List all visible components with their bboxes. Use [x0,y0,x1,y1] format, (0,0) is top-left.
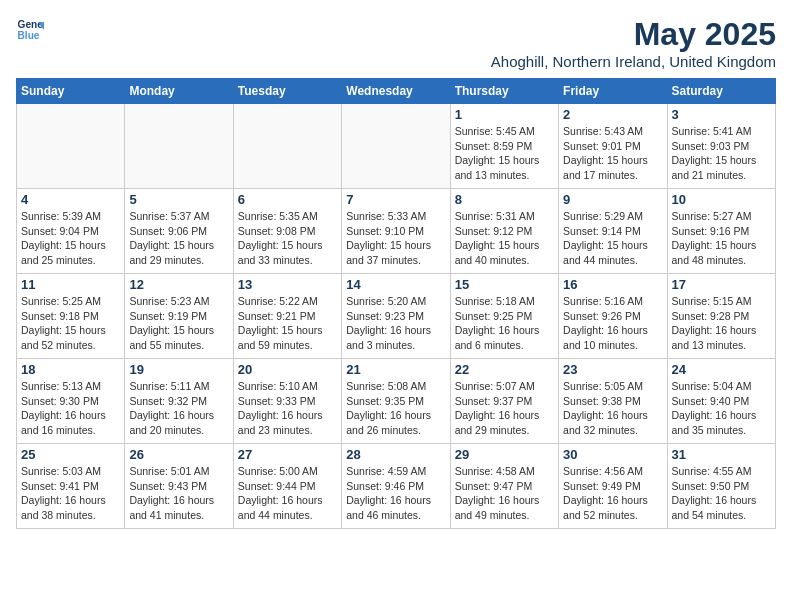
calendar-cell: 13Sunrise: 5:22 AM Sunset: 9:21 PM Dayli… [233,274,341,359]
calendar-cell: 21Sunrise: 5:08 AM Sunset: 9:35 PM Dayli… [342,359,450,444]
day-info: Sunrise: 5:45 AM Sunset: 8:59 PM Dayligh… [455,124,554,183]
day-number: 14 [346,277,445,292]
calendar-cell: 10Sunrise: 5:27 AM Sunset: 9:16 PM Dayli… [667,189,775,274]
week-row-4: 18Sunrise: 5:13 AM Sunset: 9:30 PM Dayli… [17,359,776,444]
title-block: May 2025 Ahoghill, Northern Ireland, Uni… [491,16,776,70]
day-info: Sunrise: 5:33 AM Sunset: 9:10 PM Dayligh… [346,209,445,268]
calendar-table: SundayMondayTuesdayWednesdayThursdayFrid… [16,78,776,529]
calendar-cell: 5Sunrise: 5:37 AM Sunset: 9:06 PM Daylig… [125,189,233,274]
day-number: 19 [129,362,228,377]
calendar-cell: 6Sunrise: 5:35 AM Sunset: 9:08 PM Daylig… [233,189,341,274]
day-info: Sunrise: 4:55 AM Sunset: 9:50 PM Dayligh… [672,464,771,523]
calendar-cell: 7Sunrise: 5:33 AM Sunset: 9:10 PM Daylig… [342,189,450,274]
day-info: Sunrise: 5:13 AM Sunset: 9:30 PM Dayligh… [21,379,120,438]
day-number: 11 [21,277,120,292]
day-info: Sunrise: 5:23 AM Sunset: 9:19 PM Dayligh… [129,294,228,353]
day-info: Sunrise: 5:11 AM Sunset: 9:32 PM Dayligh… [129,379,228,438]
day-info: Sunrise: 5:37 AM Sunset: 9:06 PM Dayligh… [129,209,228,268]
day-number: 5 [129,192,228,207]
weekday-header-monday: Monday [125,79,233,104]
day-number: 7 [346,192,445,207]
day-number: 27 [238,447,337,462]
calendar-cell [342,104,450,189]
day-number: 20 [238,362,337,377]
calendar-cell: 4Sunrise: 5:39 AM Sunset: 9:04 PM Daylig… [17,189,125,274]
day-info: Sunrise: 5:01 AM Sunset: 9:43 PM Dayligh… [129,464,228,523]
calendar-cell: 1Sunrise: 5:45 AM Sunset: 8:59 PM Daylig… [450,104,558,189]
day-number: 10 [672,192,771,207]
day-number: 31 [672,447,771,462]
logo-icon: General Blue [16,16,44,44]
day-info: Sunrise: 5:41 AM Sunset: 9:03 PM Dayligh… [672,124,771,183]
week-row-3: 11Sunrise: 5:25 AM Sunset: 9:18 PM Dayli… [17,274,776,359]
week-row-5: 25Sunrise: 5:03 AM Sunset: 9:41 PM Dayli… [17,444,776,529]
calendar-cell: 9Sunrise: 5:29 AM Sunset: 9:14 PM Daylig… [559,189,667,274]
day-number: 18 [21,362,120,377]
day-number: 22 [455,362,554,377]
calendar-cell: 14Sunrise: 5:20 AM Sunset: 9:23 PM Dayli… [342,274,450,359]
calendar-cell: 11Sunrise: 5:25 AM Sunset: 9:18 PM Dayli… [17,274,125,359]
calendar-cell: 3Sunrise: 5:41 AM Sunset: 9:03 PM Daylig… [667,104,775,189]
day-number: 26 [129,447,228,462]
day-number: 1 [455,107,554,122]
calendar-cell: 24Sunrise: 5:04 AM Sunset: 9:40 PM Dayli… [667,359,775,444]
calendar-cell: 19Sunrise: 5:11 AM Sunset: 9:32 PM Dayli… [125,359,233,444]
day-info: Sunrise: 5:04 AM Sunset: 9:40 PM Dayligh… [672,379,771,438]
day-number: 21 [346,362,445,377]
calendar-cell: 18Sunrise: 5:13 AM Sunset: 9:30 PM Dayli… [17,359,125,444]
calendar-cell: 8Sunrise: 5:31 AM Sunset: 9:12 PM Daylig… [450,189,558,274]
day-number: 24 [672,362,771,377]
day-info: Sunrise: 5:08 AM Sunset: 9:35 PM Dayligh… [346,379,445,438]
day-number: 9 [563,192,662,207]
day-info: Sunrise: 5:35 AM Sunset: 9:08 PM Dayligh… [238,209,337,268]
day-info: Sunrise: 5:25 AM Sunset: 9:18 PM Dayligh… [21,294,120,353]
calendar-cell [17,104,125,189]
calendar-cell: 29Sunrise: 4:58 AM Sunset: 9:47 PM Dayli… [450,444,558,529]
day-info: Sunrise: 5:10 AM Sunset: 9:33 PM Dayligh… [238,379,337,438]
calendar-cell: 12Sunrise: 5:23 AM Sunset: 9:19 PM Dayli… [125,274,233,359]
calendar-cell: 31Sunrise: 4:55 AM Sunset: 9:50 PM Dayli… [667,444,775,529]
weekday-header-thursday: Thursday [450,79,558,104]
calendar-cell: 22Sunrise: 5:07 AM Sunset: 9:37 PM Dayli… [450,359,558,444]
day-info: Sunrise: 5:03 AM Sunset: 9:41 PM Dayligh… [21,464,120,523]
day-info: Sunrise: 4:58 AM Sunset: 9:47 PM Dayligh… [455,464,554,523]
calendar-cell: 28Sunrise: 4:59 AM Sunset: 9:46 PM Dayli… [342,444,450,529]
day-number: 17 [672,277,771,292]
subtitle: Ahoghill, Northern Ireland, United Kingd… [491,53,776,70]
day-number: 3 [672,107,771,122]
day-number: 13 [238,277,337,292]
day-info: Sunrise: 5:31 AM Sunset: 9:12 PM Dayligh… [455,209,554,268]
day-number: 29 [455,447,554,462]
day-number: 8 [455,192,554,207]
calendar-cell: 27Sunrise: 5:00 AM Sunset: 9:44 PM Dayli… [233,444,341,529]
calendar-cell: 16Sunrise: 5:16 AM Sunset: 9:26 PM Dayli… [559,274,667,359]
day-info: Sunrise: 5:05 AM Sunset: 9:38 PM Dayligh… [563,379,662,438]
day-number: 25 [21,447,120,462]
weekday-header-friday: Friday [559,79,667,104]
day-info: Sunrise: 5:00 AM Sunset: 9:44 PM Dayligh… [238,464,337,523]
week-row-1: 1Sunrise: 5:45 AM Sunset: 8:59 PM Daylig… [17,104,776,189]
logo: General Blue [16,16,44,44]
calendar-cell: 20Sunrise: 5:10 AM Sunset: 9:33 PM Dayli… [233,359,341,444]
day-info: Sunrise: 5:16 AM Sunset: 9:26 PM Dayligh… [563,294,662,353]
day-info: Sunrise: 5:27 AM Sunset: 9:16 PM Dayligh… [672,209,771,268]
calendar-cell: 30Sunrise: 4:56 AM Sunset: 9:49 PM Dayli… [559,444,667,529]
main-title: May 2025 [491,16,776,53]
day-info: Sunrise: 5:15 AM Sunset: 9:28 PM Dayligh… [672,294,771,353]
day-number: 30 [563,447,662,462]
day-number: 4 [21,192,120,207]
calendar-cell: 25Sunrise: 5:03 AM Sunset: 9:41 PM Dayli… [17,444,125,529]
day-number: 28 [346,447,445,462]
calendar-cell: 2Sunrise: 5:43 AM Sunset: 9:01 PM Daylig… [559,104,667,189]
day-info: Sunrise: 5:18 AM Sunset: 9:25 PM Dayligh… [455,294,554,353]
weekday-header-sunday: Sunday [17,79,125,104]
day-info: Sunrise: 5:22 AM Sunset: 9:21 PM Dayligh… [238,294,337,353]
day-number: 23 [563,362,662,377]
calendar-cell: 15Sunrise: 5:18 AM Sunset: 9:25 PM Dayli… [450,274,558,359]
day-info: Sunrise: 5:07 AM Sunset: 9:37 PM Dayligh… [455,379,554,438]
page-header: General Blue May 2025 Ahoghill, Northern… [16,16,776,70]
day-info: Sunrise: 4:59 AM Sunset: 9:46 PM Dayligh… [346,464,445,523]
day-number: 6 [238,192,337,207]
week-row-2: 4Sunrise: 5:39 AM Sunset: 9:04 PM Daylig… [17,189,776,274]
weekday-header-wednesday: Wednesday [342,79,450,104]
